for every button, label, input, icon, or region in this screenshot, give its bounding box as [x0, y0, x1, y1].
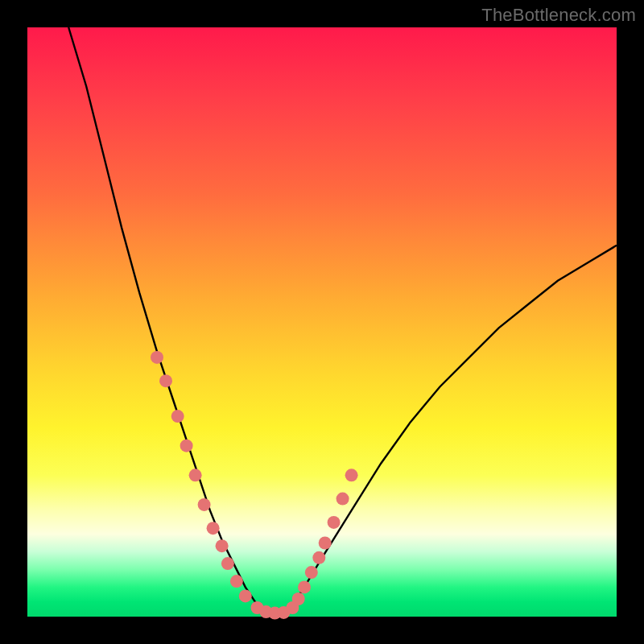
sample-dot — [216, 539, 229, 552]
sample-dot — [159, 374, 172, 387]
sample-dot — [207, 522, 220, 535]
sample-dots — [151, 351, 358, 620]
sample-dot — [151, 351, 163, 364]
sample-dot — [230, 575, 243, 588]
sample-dot — [319, 537, 332, 550]
sample-dot — [328, 516, 341, 529]
chart-svg — [27, 27, 617, 617]
sample-dot — [298, 580, 311, 593]
sample-dot — [345, 469, 358, 481]
sample-dot — [189, 469, 202, 481]
sample-dot — [180, 440, 193, 452]
bottleneck-curve — [68, 27, 617, 613]
sample-dot — [312, 551, 325, 564]
chart-frame: TheBottleneck.com — [0, 0, 644, 644]
sample-dot — [198, 498, 211, 511]
sample-dot — [336, 493, 349, 506]
sample-dot — [171, 410, 184, 423]
watermark-text: TheBottleneck.com — [481, 5, 636, 26]
sample-dot — [239, 589, 252, 602]
sample-dot — [221, 557, 234, 570]
sample-dot — [305, 566, 318, 579]
sample-dot — [292, 592, 305, 605]
